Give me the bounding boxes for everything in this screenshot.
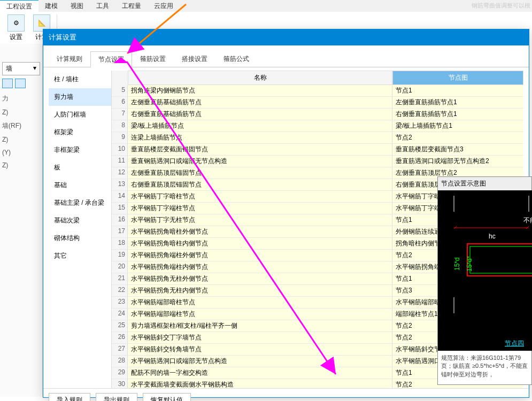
col-node[interactable]: 节点图: [392, 71, 523, 85]
footer-btn-2[interactable]: 恢复默认值: [143, 393, 191, 401]
footer-btn-0[interactable]: 导入规则: [49, 393, 90, 401]
tree-item[interactable]: 墙(RF): [0, 119, 42, 133]
table-row[interactable]: 11垂直钢筋遇洞口或端部无节点构造垂直筋遇洞口或端部无节点构造2: [112, 156, 523, 167]
menu-3[interactable]: 工具: [90, 0, 115, 12]
table-row[interactable]: 5拐角连梁内侧钢筋节点节点1: [112, 85, 523, 97]
tab-1[interactable]: 节点设置: [90, 51, 132, 67]
preview-title: 节点设置示意图: [438, 177, 531, 190]
cat-4[interactable]: 非框架梁: [49, 141, 111, 159]
label-15d: 15*d: [453, 257, 461, 271]
preview-note: 规范算法：来源16G101-1第79页；纵筋直 ≥0.5*hc+5*d，不能直锚…: [438, 351, 531, 382]
cat-5[interactable]: 板: [49, 159, 111, 176]
menu-5[interactable]: 云应用: [148, 0, 180, 12]
cat-1[interactable]: 剪力墙: [49, 88, 111, 106]
cat-8[interactable]: 基础次梁: [49, 212, 111, 229]
main-menu: 工程设置建模视图工具工程量云应用: [0, 0, 532, 12]
chevron-down-icon: ▾: [33, 64, 36, 73]
cat-10[interactable]: 其它: [49, 247, 111, 265]
tab-2[interactable]: 箍筋设置: [132, 51, 174, 67]
table-row[interactable]: 6左侧垂直筋基础插筋节点左侧垂直筋插筋节点1: [112, 97, 523, 109]
tree-item[interactable]: Z): [0, 106, 42, 119]
watermark: 钢筋弯曲值调整可以根: [472, 2, 530, 10]
dialog-title: 计算设置: [43, 29, 529, 45]
preview-panel: 节点设置示意图 hc 15*d 15*d* 不能至 节点四 规范算法：来源16G…: [437, 176, 532, 385]
label-15d2: 15*d*: [466, 256, 473, 272]
view-list-icon[interactable]: [2, 79, 13, 88]
menu-2[interactable]: 视图: [64, 0, 90, 12]
table-row[interactable]: 9连梁上墙插筋节点节点2: [112, 132, 523, 144]
tree: 力Z)墙(RF)Z)(Y)Z): [0, 91, 42, 172]
menu-1[interactable]: 建模: [38, 0, 64, 12]
tab-0[interactable]: 计算规则: [49, 51, 90, 67]
svg-rect-0: [438, 190, 532, 351]
tree-item[interactable]: Z): [0, 133, 42, 146]
category-list: 柱 / 墙柱剪力墙人防门框墙框架梁非框架梁板基础基础主梁 / 承台梁基础次梁砌体…: [49, 71, 112, 388]
cat-0[interactable]: 柱 / 墙柱: [49, 71, 111, 88]
cat-2[interactable]: 人防门框墙: [49, 106, 111, 124]
col-name: 名称: [128, 71, 392, 85]
menu-0[interactable]: 工程设置: [0, 0, 38, 13]
dialog-tabs: 计算规则节点设置箍筋设置搭接设置箍筋公式: [43, 45, 529, 67]
combo-wall[interactable]: 墙▾: [2, 62, 40, 75]
cat-7[interactable]: 基础主梁 / 承台梁: [49, 194, 111, 212]
ribbon-settings[interactable]: ⚙设置: [7, 14, 25, 42]
table-row[interactable]: 7右侧垂直筋基础插筋节点右侧垂直筋插筋节点1: [112, 109, 523, 120]
tab-4[interactable]: 箍筋公式: [215, 51, 257, 67]
label-hc: hc: [489, 233, 496, 240]
table-row[interactable]: 8梁/板上墙插筋节点梁/板上墙插筋节点1: [112, 120, 523, 132]
tab-3[interactable]: 搭接设置: [174, 51, 215, 67]
preview-diagram: hc 15*d 15*d* 不能至 节点四: [438, 190, 531, 351]
dialog-footer: 导入规则导出规则恢复默认值: [43, 388, 529, 401]
view-grid-icon[interactable]: [15, 79, 26, 88]
label-node: 节点四: [505, 340, 524, 347]
cat-6[interactable]: 基础: [49, 176, 111, 194]
gear-icon: ⚙: [7, 14, 25, 32]
tree-item[interactable]: 力: [0, 91, 42, 106]
cat-9[interactable]: 砌体结构: [49, 229, 111, 247]
tree-item[interactable]: Z): [0, 159, 42, 172]
table-row[interactable]: 10垂直筋楼层变截面锚固节点垂直筋楼层变截面节点3: [112, 144, 523, 156]
cat-3[interactable]: 框架梁: [49, 124, 111, 141]
left-panel: 墙▾ 力Z)墙(RF)Z)(Y)Z): [0, 44, 43, 397]
tree-item[interactable]: (Y): [0, 146, 42, 159]
label-fu: 不能至: [523, 217, 532, 224]
footer-btn-1[interactable]: 导出规则: [96, 393, 137, 401]
menu-4[interactable]: 工程量: [115, 0, 148, 12]
